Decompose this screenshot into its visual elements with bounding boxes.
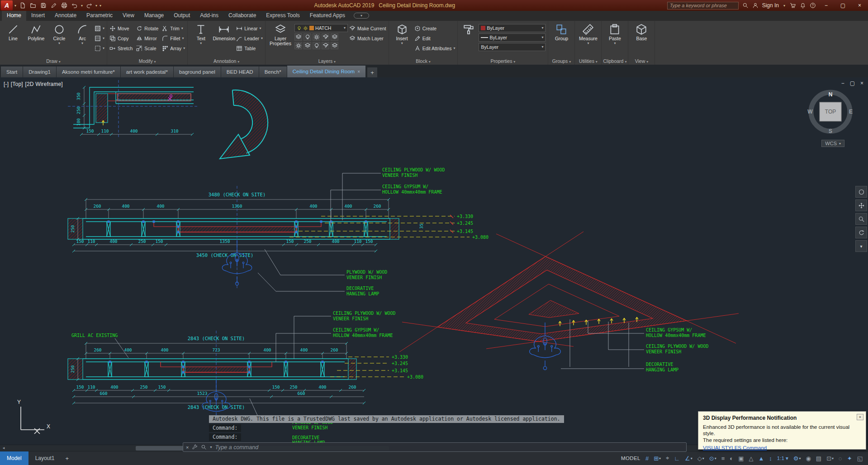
lock-ui-icon[interactable]: ⊡▾ — [826, 455, 834, 462]
navigation-wheel-icon[interactable] — [855, 186, 867, 198]
window-restore-button[interactable]: ▢ — [836, 0, 849, 10]
save-button[interactable] — [38, 1, 48, 10]
table-button[interactable]: Table — [236, 44, 263, 52]
command-search-icon[interactable] — [201, 444, 207, 450]
layer-tool-icon[interactable] — [313, 33, 320, 41]
orbit-icon[interactable] — [855, 227, 867, 238]
lineweight-toggle-icon[interactable]: ≡ — [721, 455, 725, 462]
polar-tracking-icon[interactable]: ∠▾ — [685, 455, 693, 462]
panel-draw-footer[interactable]: Draw ▾ — [0, 58, 107, 65]
corner-detail-section[interactable]: 350 250 100 150 110 400 310 — [68, 80, 198, 137]
measure-button[interactable]: Measure▾ — [577, 22, 599, 58]
tab-addins[interactable]: Add-ins — [195, 11, 223, 21]
drawing-area[interactable]: 350 250 100 150 110 400 310 3480 (CHECK … — [0, 77, 868, 445]
sign-in-caret-icon[interactable]: ▾ — [783, 4, 786, 8]
workspace-gear-icon[interactable]: ⚙▾ — [793, 455, 801, 462]
tab-view[interactable]: View — [118, 11, 139, 21]
text-button[interactable]: Text▾ — [190, 22, 212, 58]
tab-collaborate[interactable]: Collaborate — [223, 11, 261, 21]
scroll-left-icon[interactable]: ◂ — [0, 445, 7, 451]
command-recent-caret-icon[interactable]: ▾ — [210, 445, 212, 449]
group-button[interactable]: Group — [550, 22, 572, 58]
application-menu-button[interactable]: A — [1, 0, 13, 10]
mirror-button[interactable]: Mirror — [136, 34, 158, 43]
circle-caret-icon[interactable]: ▾ — [58, 42, 60, 45]
file-tab-drawing1[interactable]: Drawing1 — [23, 66, 57, 77]
panel-layers-footer[interactable]: Layers ▾ — [266, 58, 389, 65]
hatch-button[interactable]: ▾ — [95, 24, 104, 33]
layer-tool-icon[interactable] — [331, 33, 338, 41]
viewport-visual-style-control[interactable]: [2D Wireframe] — [25, 81, 63, 87]
array-button[interactable]: Array▾ — [162, 44, 185, 52]
trim-button[interactable]: Trim▾ — [162, 24, 185, 33]
panel-groups-footer[interactable]: Groups ▾ — [548, 58, 574, 65]
scale-button[interactable]: Scale — [136, 44, 158, 52]
layer-tool-icon[interactable] — [322, 33, 329, 41]
layer-dropdown[interactable]: HATCH ▾ — [294, 24, 348, 32]
object-snap-icon[interactable]: ⊙▾ — [709, 455, 716, 462]
section-arrow[interactable] — [220, 90, 268, 159]
layer-properties-button[interactable]: Layer Properties — [268, 22, 293, 58]
edit-attributes-button[interactable]: Edit Attributes▾ — [414, 44, 455, 52]
insert-button[interactable]: Insert▾ — [391, 22, 413, 58]
circle-button[interactable]: Circle▾ — [48, 22, 70, 58]
visualstyles-command-link[interactable]: VISUALSTYLES Command — [703, 445, 767, 451]
tab-home[interactable]: Home — [2, 11, 26, 21]
polyline-button[interactable]: Polyline — [25, 22, 47, 58]
tab-close-icon[interactable]: × — [357, 69, 360, 74]
pan-icon[interactable] — [855, 199, 867, 211]
edit-block-button[interactable]: Edit — [414, 34, 455, 43]
layer-tool-icon[interactable] — [304, 33, 311, 41]
redo-button[interactable] — [84, 1, 94, 10]
file-tab-start[interactable]: Start — [1, 66, 23, 77]
qat-customize-caret-icon[interactable]: ▾ — [99, 4, 102, 8]
viewport-menu-control[interactable]: [-] — [4, 81, 9, 87]
command-line-dock[interactable]: × ▾ — [183, 442, 687, 452]
viewport-view-control[interactable]: [Top] — [11, 81, 24, 87]
notification-close-icon[interactable]: × — [857, 414, 863, 420]
undo-caret-icon[interactable]: ▾ — [80, 4, 84, 8]
window-close-button[interactable]: × — [853, 0, 866, 10]
isodraft-icon[interactable]: ◇▾ — [697, 455, 704, 462]
model-space[interactable]: 350 250 100 150 110 400 310 3480 (CHECK … — [0, 77, 868, 445]
rotate-button[interactable]: Rotate — [136, 24, 158, 33]
ortho-toggle-icon[interactable]: ∟ — [674, 455, 680, 462]
panel-annotation-footer[interactable]: Annotation ▾ — [188, 58, 265, 65]
viewport-close-icon[interactable]: × — [860, 80, 863, 86]
model-tab[interactable]: Model — [0, 451, 28, 465]
command-customize-wrench-icon[interactable] — [192, 444, 198, 450]
tab-manage[interactable]: Manage — [139, 11, 169, 21]
quick-properties-icon[interactable]: ▤ — [816, 455, 821, 462]
infer-constraints-icon[interactable]: ⌖ — [666, 455, 669, 462]
arc-button[interactable]: Arc▾ — [71, 22, 93, 58]
navbar-more-icon[interactable]: ▾ — [855, 240, 867, 252]
move-button[interactable]: Move — [109, 24, 133, 33]
tab-output[interactable]: Output — [169, 11, 195, 21]
lineweight-dropdown[interactable]: ByLayer ▾ — [479, 33, 545, 42]
panel-block-footer[interactable]: Block ▾ — [389, 58, 458, 65]
command-input[interactable] — [215, 444, 683, 451]
annotation-monitor-icon[interactable]: ◉ — [806, 455, 811, 462]
command-close-icon[interactable]: × — [186, 445, 189, 450]
window-minimize-button[interactable]: − — [820, 0, 833, 10]
ceiling-section-mid[interactable]: 3480 (CHECK ON SITE) 260 400 400 1360 40… — [68, 167, 489, 296]
selection-cycling-icon[interactable]: ▣ — [738, 455, 744, 462]
base-button[interactable]: Base — [631, 22, 652, 58]
tab-parametric[interactable]: Parametric — [81, 11, 118, 21]
file-tab-bedhead[interactable]: BED HEAD — [221, 66, 259, 77]
layer-tool-icon[interactable] — [331, 42, 338, 49]
arc-caret-icon[interactable]: ▾ — [81, 42, 83, 45]
linetype-dropdown[interactable]: ByLayer ▾ — [479, 43, 545, 51]
tab-insert[interactable]: Insert — [26, 11, 50, 21]
notification-bell-icon[interactable] — [800, 2, 806, 9]
object-color-dropdown[interactable]: ByLayer ▾ — [479, 24, 545, 32]
file-tab-artwork[interactable]: art work padestal* — [121, 66, 174, 77]
model-space-toggle[interactable]: MODEL — [621, 456, 640, 461]
app-menu-caret-icon[interactable]: ▾ — [14, 4, 17, 8]
gradient-button[interactable]: ▾ — [95, 34, 104, 43]
viewcube-east[interactable]: E — [849, 109, 853, 115]
panel-clipboard-footer[interactable]: Clipboard ▾ — [602, 58, 628, 65]
user-icon[interactable] — [752, 2, 759, 9]
wcs-dropdown[interactable]: WCS ▾ — [821, 140, 844, 147]
layer-tool-icon[interactable] — [313, 42, 320, 49]
